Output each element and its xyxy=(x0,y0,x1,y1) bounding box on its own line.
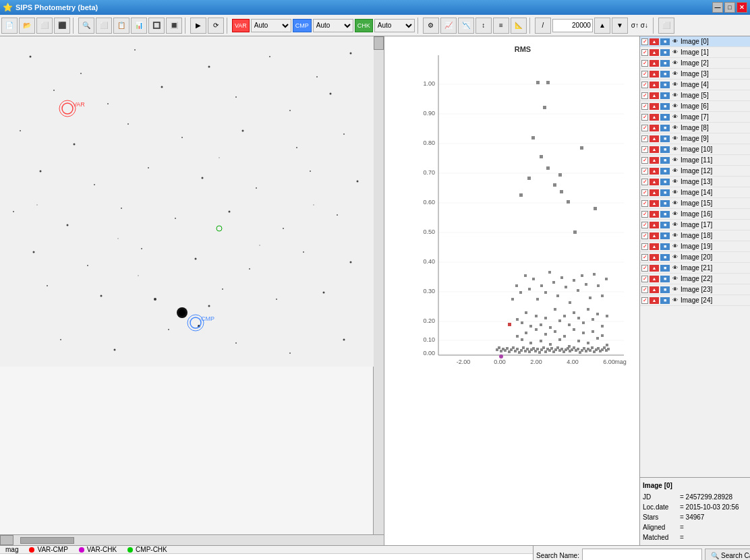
tb-icon-16[interactable]: ↕ xyxy=(475,18,492,34)
tb-icon-11[interactable]: ▶ xyxy=(190,18,206,34)
img-checkbox[interactable]: ✓ xyxy=(641,222,648,228)
image-list-item[interactable]: ✓ ▲ ■ 👁 Image [0] xyxy=(640,36,750,47)
img-checkbox[interactable]: ✓ xyxy=(641,297,648,304)
scrollbar-thumb-h[interactable] xyxy=(0,535,13,545)
starfield-scrollbar-h[interactable] xyxy=(0,534,384,545)
image-list-item[interactable]: ✓ ▲ ■ 👁 Image [23] xyxy=(640,284,750,295)
minimize-button[interactable]: — xyxy=(712,2,723,13)
image-list-scroll[interactable]: ✓ ▲ ■ 👁 Image [0] ✓ ▲ ■ 👁 Image [1] ✓ ▲ … xyxy=(640,36,750,477)
img-checkbox[interactable]: ✓ xyxy=(641,254,648,261)
image-list-item[interactable]: ✓ ▲ ■ 👁 Image [5] xyxy=(640,90,750,101)
img-checkbox[interactable]: ✓ xyxy=(641,211,648,218)
tb-icon-3[interactable]: ⬜ xyxy=(36,18,53,34)
image-list-item[interactable]: ✓ ▲ ■ 👁 Image [22] xyxy=(640,274,750,284)
new-button[interactable]: 📄 xyxy=(1,18,18,34)
image-list-item[interactable]: ✓ ▲ ■ 👁 Image [12] xyxy=(640,166,750,177)
image-list-item[interactable]: ✓ ▲ ■ 👁 Image [19] xyxy=(640,241,750,252)
img-checkbox[interactable]: ✓ xyxy=(641,60,648,67)
img-icon2: ■ xyxy=(660,232,670,239)
tb-icon-19[interactable]: / xyxy=(535,18,551,34)
image-list-item[interactable]: ✓ ▲ ■ 👁 Image [15] xyxy=(640,198,750,209)
img-checkbox[interactable]: ✓ xyxy=(641,168,648,175)
chk-combo[interactable]: AutoManual xyxy=(374,19,415,32)
img-checkbox[interactable]: ✓ xyxy=(641,276,648,282)
img-checkbox[interactable]: ✓ xyxy=(641,71,648,77)
open-button[interactable]: 📂 xyxy=(19,18,35,34)
img-checkbox[interactable]: ✓ xyxy=(641,114,648,121)
img-checkbox[interactable]: ✓ xyxy=(641,38,648,45)
tb-up[interactable]: ▲ xyxy=(594,18,610,34)
image-list-item[interactable]: ✓ ▲ ■ 👁 Image [14] xyxy=(640,187,750,198)
image-list-item[interactable]: ✓ ▲ ■ 👁 Image [2] xyxy=(640,58,750,69)
tb-icon-15[interactable]: 📉 xyxy=(458,18,474,34)
svg-rect-197 xyxy=(540,323,542,326)
star-field-canvas[interactable]: VAR CMP HK xyxy=(0,36,384,534)
tb-icon-13[interactable]: ⚙ xyxy=(423,18,439,34)
tb-icon-18[interactable]: 📐 xyxy=(511,18,527,34)
image-list-item[interactable]: ✓ ▲ ■ 👁 Image [3] xyxy=(640,69,750,80)
scrollbar-thumb-v[interactable] xyxy=(374,36,384,50)
img-checkbox[interactable]: ✓ xyxy=(641,265,648,272)
img-checkbox[interactable]: ✓ xyxy=(641,179,648,185)
image-list-item[interactable]: ✓ ▲ ■ 👁 Image [16] xyxy=(640,209,750,220)
tb-icon-17[interactable]: ≡ xyxy=(493,18,509,34)
img-checkbox[interactable]: ✓ xyxy=(641,157,648,164)
svg-point-59 xyxy=(117,238,119,239)
img-checkbox[interactable]: ✓ xyxy=(641,49,648,56)
image-list-item[interactable]: ✓ ▲ ■ 👁 Image [21] xyxy=(640,263,750,274)
image-list-item[interactable]: ✓ ▲ ■ 👁 Image [13] xyxy=(640,177,750,187)
tb-icon-4[interactable]: ⬛ xyxy=(54,18,70,34)
svg-rect-126 xyxy=(516,348,519,350)
starfield-scrollbar-v[interactable] xyxy=(373,36,384,534)
var-combo[interactable]: AutoManual xyxy=(251,19,291,32)
img-eye: 👁 xyxy=(671,243,679,250)
img-checkbox[interactable]: ✓ xyxy=(641,82,648,88)
tb-icon-8[interactable]: 📊 xyxy=(131,18,147,34)
image-list-item[interactable]: ✓ ▲ ■ 👁 Image [10] xyxy=(640,144,750,155)
number-input[interactable]: 20000 xyxy=(552,19,593,32)
tb-icon-5[interactable]: 🔍 xyxy=(78,18,94,34)
tb-icon-7[interactable]: 📋 xyxy=(113,18,129,34)
image-list-item[interactable]: ✓ ▲ ■ 👁 Image [9] xyxy=(640,133,750,144)
tb-icon-14[interactable]: 📈 xyxy=(440,18,457,34)
img-checkbox[interactable]: ✓ xyxy=(641,92,648,99)
search-catalog-button[interactable]: 🔍 Search Catalog xyxy=(705,549,750,560)
jd-label: JD xyxy=(643,492,680,502)
tb-icon-9[interactable]: 🔲 xyxy=(148,18,165,34)
image-list-item[interactable]: ✓ ▲ ■ 👁 Image [11] xyxy=(640,155,750,166)
img-checkbox[interactable]: ✓ xyxy=(641,200,648,207)
close-button[interactable]: ✕ xyxy=(737,2,747,13)
image-list-item[interactable]: ✓ ▲ ■ 👁 Image [17] xyxy=(640,220,750,230)
image-list-item[interactable]: ✓ ▲ ■ 👁 Image [1] xyxy=(640,47,750,58)
cmp-combo[interactable]: AutoManual xyxy=(313,19,353,32)
img-checkbox[interactable]: ✓ xyxy=(641,146,648,153)
tb-icon-6[interactable]: ⬜ xyxy=(96,18,112,34)
image-list-item[interactable]: ✓ ▲ ■ 👁 Image [6] xyxy=(640,101,750,112)
tb-icon-10[interactable]: 🔳 xyxy=(166,18,182,34)
image-list-item[interactable]: ✓ ▲ ■ 👁 Image [8] xyxy=(640,123,750,133)
img-checkbox[interactable]: ✓ xyxy=(641,243,648,250)
tb-icon-12[interactable]: ⟳ xyxy=(208,18,224,34)
img-checkbox[interactable]: ✓ xyxy=(641,232,648,239)
img-checkbox[interactable]: ✓ xyxy=(641,103,648,110)
maximize-button[interactable]: □ xyxy=(724,2,735,13)
svg-point-39 xyxy=(249,268,250,270)
image-list-item[interactable]: ✓ ▲ ■ 👁 Image [7] xyxy=(640,112,750,123)
img-checkbox[interactable]: ✓ xyxy=(641,189,648,196)
img-checkbox[interactable]: ✓ xyxy=(641,125,648,131)
img-checkbox[interactable]: ✓ xyxy=(641,135,648,142)
img-eye: 👁 xyxy=(671,38,679,45)
svg-rect-114 xyxy=(567,200,570,204)
svg-rect-159 xyxy=(583,347,585,350)
svg-point-24 xyxy=(202,177,204,179)
image-list-item[interactable]: ✓ ▲ ■ 👁 Image [24] xyxy=(640,295,750,306)
img-checkbox[interactable]: ✓ xyxy=(641,286,648,293)
search-name-input[interactable] xyxy=(582,549,702,560)
image-list-item[interactable]: ✓ ▲ ■ 👁 Image [4] xyxy=(640,80,750,90)
tb-icon-20[interactable]: ⬜ xyxy=(658,18,674,34)
tb-down[interactable]: ▼ xyxy=(612,18,628,34)
scroll-slider[interactable] xyxy=(20,537,74,544)
image-list-item[interactable]: ✓ ▲ ■ 👁 Image [20] xyxy=(640,252,750,263)
image-list-item[interactable]: ✓ ▲ ■ 👁 Image [18] xyxy=(640,230,750,241)
img-icon2: ■ xyxy=(660,135,670,142)
